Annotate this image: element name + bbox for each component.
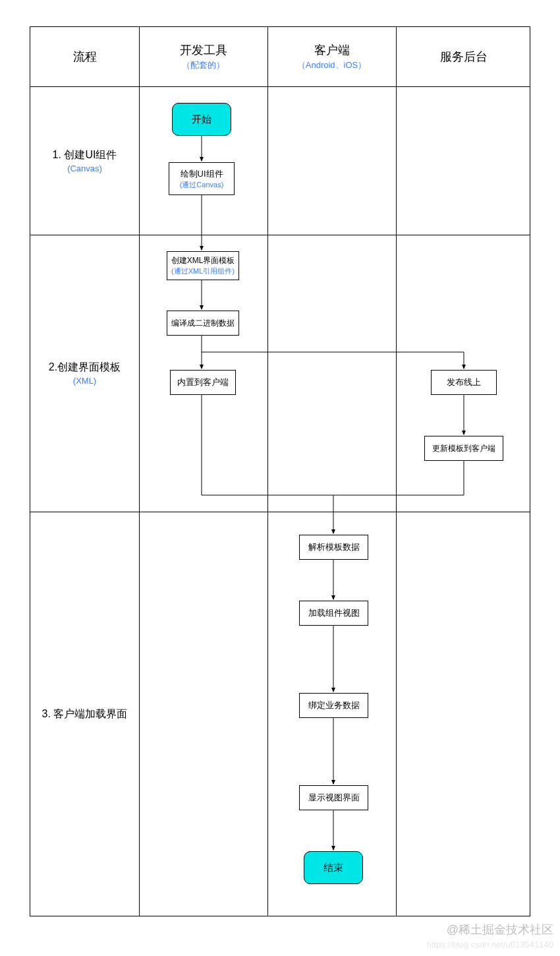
lane-label: 2.创建界面模板 <box>49 361 121 374</box>
node-label: 绘制UI组件 <box>181 168 223 180</box>
lane-3-label: 3. 客户端加载界面 <box>30 512 139 917</box>
node-label: 开始 <box>192 113 211 126</box>
grid-line <box>139 27 140 916</box>
node-label: 加载组件视图 <box>308 607 360 619</box>
node-sublabel: (通过XML引用组件) <box>171 266 235 276</box>
header-label: 开发工具 <box>180 42 227 58</box>
node-label: 结束 <box>323 862 343 874</box>
header-label: 服务后台 <box>440 49 488 65</box>
header-devtool: 开发工具 （配套的） <box>139 27 267 86</box>
header-sublabel: （Android、iOS） <box>297 59 366 71</box>
header-sublabel: （配套的） <box>182 59 225 71</box>
node-sublabel: (通过Canvas) <box>180 180 224 190</box>
lane-sublabel: (XML) <box>73 376 96 386</box>
node-end: 结束 <box>304 851 363 884</box>
node-label: 解析模板数据 <box>308 541 360 553</box>
node-parse: 解析模板数据 <box>299 535 368 560</box>
node-start: 开始 <box>172 103 231 136</box>
lane-1-label: 1. 创建UI组件 (Canvas) <box>30 86 139 235</box>
watermark-url: https://blog.csdn.net/u013541140 <box>427 940 553 949</box>
node-bind-data: 绑定业务数据 <box>299 693 368 718</box>
node-create-xml: 创建XML界面模板 (通过XML引用组件) <box>167 251 239 280</box>
lane-2-label: 2.创建界面模板 (XML) <box>30 235 139 512</box>
node-label: 发布线上 <box>447 376 481 388</box>
node-label: 创建XML界面模板 <box>171 255 235 266</box>
node-label: 更新模板到客户端 <box>432 443 495 454</box>
lane-label: 1. 创建UI组件 <box>53 148 117 162</box>
node-label: 绑定业务数据 <box>308 700 360 711</box>
node-label: 内置到客户端 <box>177 376 229 388</box>
header-client: 客户端 （Android、iOS） <box>267 27 396 86</box>
node-label: 显示视图界面 <box>308 792 360 804</box>
lane-sublabel: (Canvas) <box>67 164 102 173</box>
watermark-community: @稀土掘金技术社区 <box>447 922 553 938</box>
header-label: 客户端 <box>314 42 350 58</box>
node-label: 编译成二进制数据 <box>171 318 235 329</box>
header-backend: 服务后台 <box>396 27 531 86</box>
header-process: 流程 <box>30 27 139 86</box>
node-update: 更新模板到客户端 <box>424 436 503 461</box>
node-load-view: 加载组件视图 <box>299 601 368 626</box>
node-compile: 编译成二进制数据 <box>167 311 239 336</box>
header-label: 流程 <box>73 49 97 65</box>
node-builtin: 内置到客户端 <box>170 370 236 395</box>
node-draw-ui: 绘制UI组件 (通过Canvas) <box>169 162 235 195</box>
grid-line <box>267 27 268 916</box>
lane-label: 3. 客户端加载界面 <box>42 707 128 721</box>
node-publish: 发布线上 <box>431 370 497 395</box>
grid-line <box>396 27 397 916</box>
swimlane-diagram: 流程 开发工具 （配套的） 客户端 （Android、iOS） 服务后台 1. … <box>30 26 530 916</box>
node-show-view: 显示视图界面 <box>299 785 368 810</box>
